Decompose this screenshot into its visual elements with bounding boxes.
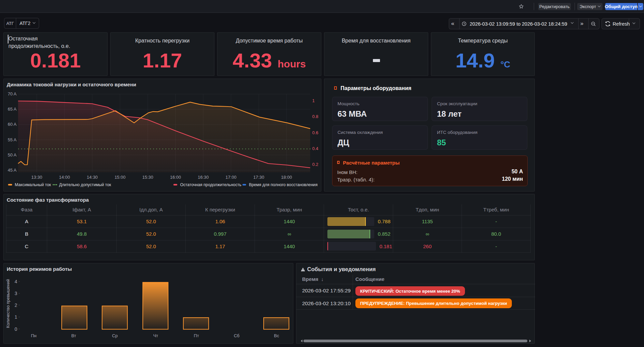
svg-text:Количество превышений: Количество превышений bbox=[6, 279, 10, 328]
svg-text:1: 1 bbox=[14, 314, 17, 320]
svg-text:Время для полного восстановлен: Время для полного восстановления bbox=[249, 182, 318, 187]
svg-text:0.6: 0.6 bbox=[312, 130, 318, 135]
svg-text:14:30: 14:30 bbox=[87, 175, 98, 180]
svg-text:16:00: 16:00 bbox=[170, 175, 181, 180]
svg-text:Пн: Пн bbox=[31, 333, 37, 338]
svg-text:Вс: Вс bbox=[274, 333, 280, 338]
svg-text:14:00: 14:00 bbox=[59, 175, 70, 180]
svg-text:65 A: 65 A bbox=[8, 107, 17, 112]
svg-text:13:30: 13:30 bbox=[31, 175, 42, 180]
svg-text:17:30: 17:30 bbox=[253, 175, 264, 180]
svg-text:55 A: 55 A bbox=[8, 137, 17, 142]
svg-text:Пт: Пт bbox=[194, 333, 199, 338]
svg-text:15:00: 15:00 bbox=[115, 175, 126, 180]
svg-text:2: 2 bbox=[14, 302, 17, 308]
svg-text:0: 0 bbox=[14, 326, 17, 332]
svg-text:0.8: 0.8 bbox=[312, 114, 318, 119]
svg-text:15:30: 15:30 bbox=[142, 175, 153, 180]
svg-text:45 A: 45 A bbox=[8, 168, 17, 173]
svg-text:Ср: Ср bbox=[112, 333, 118, 338]
svg-text:18:00: 18:00 bbox=[281, 175, 292, 180]
svg-text:Максимальный ток: Максимальный ток bbox=[15, 182, 51, 187]
svg-text:16:30: 16:30 bbox=[198, 175, 209, 180]
svg-text:Длительно допустимый ток: Длительно допустимый ток bbox=[59, 182, 111, 187]
svg-text:70 A: 70 A bbox=[8, 91, 17, 96]
svg-text:1: 1 bbox=[312, 98, 315, 103]
svg-text:17:00: 17:00 bbox=[226, 175, 237, 180]
svg-text:Остаточная продолжительность: Остаточная продолжительность bbox=[180, 182, 241, 187]
svg-text:0.2: 0.2 bbox=[312, 162, 318, 167]
svg-text:60 A: 60 A bbox=[8, 122, 17, 127]
svg-text:3: 3 bbox=[14, 291, 17, 296]
svg-text:Вт: Вт bbox=[71, 333, 76, 338]
svg-text:Чт: Чт bbox=[153, 333, 158, 338]
svg-text:0.4: 0.4 bbox=[312, 146, 318, 151]
svg-text:4: 4 bbox=[14, 279, 17, 284]
svg-text:50 A: 50 A bbox=[8, 152, 17, 157]
svg-text:Сб: Сб bbox=[234, 333, 239, 338]
